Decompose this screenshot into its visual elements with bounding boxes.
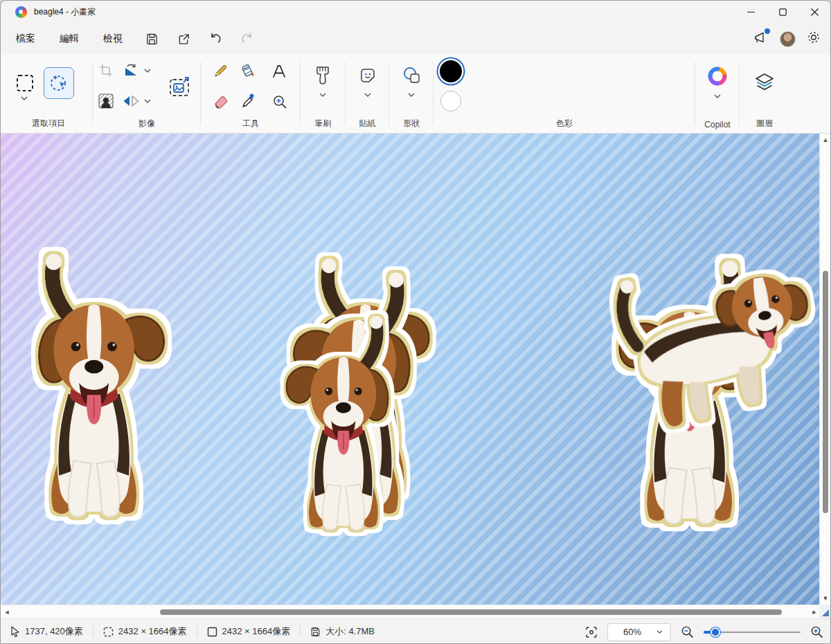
- layers-icon: [754, 73, 775, 92]
- zoom-slider-thumb[interactable]: [711, 627, 720, 637]
- shapes-icon: [402, 66, 421, 85]
- pencil-icon: [213, 64, 228, 79]
- resize-image-icon: [168, 75, 190, 98]
- scroll-down-arrow[interactable]: ▼: [822, 595, 829, 602]
- background-color-swatch[interactable]: [440, 91, 461, 111]
- account-avatar[interactable]: [780, 31, 796, 47]
- selection-size-value: 2432 × 1664像素: [118, 625, 187, 638]
- share-icon: [177, 33, 190, 46]
- paint-window: beagle4 - 小畫家 檔案 編輯 檢視: [0, 0, 831, 644]
- text-icon: [271, 64, 287, 79]
- scroll-right-arrow[interactable]: ►: [811, 609, 818, 616]
- image-size-segment: 2432 × 1664像素: [197, 625, 301, 638]
- close-button[interactable]: [798, 1, 830, 23]
- crop-button[interactable]: [95, 60, 117, 82]
- status-bar: 1737, 420像素 2432 × 1664像素 2432 × 1664像素 …: [1, 618, 830, 644]
- fill-tool-button[interactable]: [237, 60, 259, 82]
- rotate-button[interactable]: [120, 60, 142, 82]
- shapes-section-label: 形狀: [390, 118, 433, 129]
- cursor-icon: [10, 626, 20, 637]
- drawing-canvas[interactable]: [1, 134, 821, 605]
- horizontal-scrollbar[interactable]: ◄ ►: [1, 605, 821, 618]
- share-button[interactable]: [172, 27, 195, 51]
- fit-to-screen-button[interactable]: [585, 626, 598, 638]
- settings-button[interactable]: [807, 30, 821, 47]
- tools-section-label: 工具: [202, 118, 300, 129]
- smart-select-button[interactable]: [44, 67, 74, 99]
- pencil-tool-button[interactable]: [209, 60, 231, 82]
- scrollbar-corner-resize-grip[interactable]: [819, 605, 830, 618]
- zoom-slider[interactable]: [704, 627, 801, 637]
- image-section-label: 影像: [93, 118, 200, 129]
- vertical-scrollbar-thumb[interactable]: [823, 271, 828, 513]
- remove-background-button[interactable]: [95, 90, 117, 112]
- magnifier-tool-button[interactable]: [269, 91, 291, 113]
- eraser-tool-button[interactable]: [210, 91, 232, 113]
- shapes-dropdown-chevron[interactable]: [407, 92, 416, 98]
- maximize-icon: [779, 8, 787, 16]
- stickers-dropdown-chevron[interactable]: [364, 92, 372, 98]
- window-title: beagle4 - 小畫家: [34, 6, 96, 18]
- file-size-segment: 大小: 4.7MB: [301, 625, 384, 638]
- rectangle-select-icon: [16, 74, 34, 92]
- save-button[interactable]: [140, 27, 163, 51]
- foreground-color-swatch[interactable]: [440, 60, 462, 82]
- feedback-button[interactable]: [753, 30, 769, 47]
- file-size-icon: [310, 627, 321, 637]
- rectangle-select-button[interactable]: [12, 70, 38, 96]
- color-picker-tool-button[interactable]: [238, 90, 260, 112]
- minimize-button[interactable]: [735, 1, 767, 23]
- menu-edit[interactable]: 編輯: [51, 27, 88, 51]
- menu-view[interactable]: 檢視: [94, 27, 132, 51]
- undo-button[interactable]: [204, 27, 227, 51]
- flip-icon: [123, 93, 139, 109]
- selection-dropdown-chevron[interactable]: [20, 96, 28, 101]
- menu-bar: 檔案 編輯 檢視: [1, 23, 830, 55]
- copilot-icon: [707, 66, 728, 87]
- resize-image-button[interactable]: [166, 73, 193, 100]
- layers-section-label: 圖層: [740, 118, 789, 129]
- beagle-sticker-1: [39, 254, 164, 517]
- brushes-button[interactable]: [310, 63, 335, 88]
- tools-section: 工具: [202, 55, 300, 134]
- beagle-stickers-artwork: [1, 134, 821, 605]
- zoom-in-button[interactable]: [810, 625, 823, 638]
- redo-button[interactable]: [235, 27, 259, 51]
- brushes-section: 筆刷: [301, 55, 344, 134]
- scroll-left-arrow[interactable]: ◄: [3, 609, 10, 616]
- zoom-dropdown-chevron: [656, 629, 663, 634]
- vertical-scrollbar[interactable]: ▲ ▼: [819, 134, 830, 605]
- copilot-dropdown-chevron[interactable]: [713, 93, 722, 99]
- crop-icon: [99, 64, 113, 78]
- stickers-section: 貼紙: [346, 55, 388, 134]
- brushes-section-label: 筆刷: [301, 118, 344, 129]
- copilot-button[interactable]: [706, 64, 729, 88]
- zoom-out-button[interactable]: [681, 625, 694, 638]
- brushes-dropdown-chevron[interactable]: [319, 92, 327, 98]
- scroll-up-arrow[interactable]: ▲: [822, 136, 829, 143]
- zoom-level-dropdown[interactable]: 60%: [607, 623, 671, 641]
- fill-bucket-icon: [240, 63, 256, 80]
- maximize-button[interactable]: [767, 1, 798, 23]
- cursor-position-segment: 1737, 420像素: [1, 625, 93, 638]
- flip-button[interactable]: [120, 90, 142, 112]
- minimize-icon: [747, 8, 755, 16]
- rotate-dropdown-chevron[interactable]: [143, 68, 152, 73]
- horizontal-scrollbar-thumb[interactable]: [160, 609, 782, 615]
- rotate-icon: [123, 62, 139, 79]
- layers-button[interactable]: [752, 70, 777, 95]
- remove-background-icon: [98, 93, 114, 109]
- image-section: 影像: [93, 55, 200, 134]
- menu-file[interactable]: 檔案: [7, 27, 44, 51]
- flip-dropdown-chevron[interactable]: [143, 98, 152, 104]
- colors-section: + 色彩: [434, 55, 695, 134]
- notification-dot: [765, 28, 770, 34]
- shapes-section: 形狀: [390, 55, 433, 134]
- copilot-section: Copilot: [696, 55, 739, 134]
- text-tool-button[interactable]: [268, 60, 290, 82]
- selection-section: 選取項目: [6, 55, 91, 134]
- shapes-button[interactable]: [399, 63, 424, 88]
- stickers-button[interactable]: [355, 63, 380, 88]
- eraser-icon: [213, 93, 229, 110]
- cursor-position-value: 1737, 420像素: [25, 625, 83, 638]
